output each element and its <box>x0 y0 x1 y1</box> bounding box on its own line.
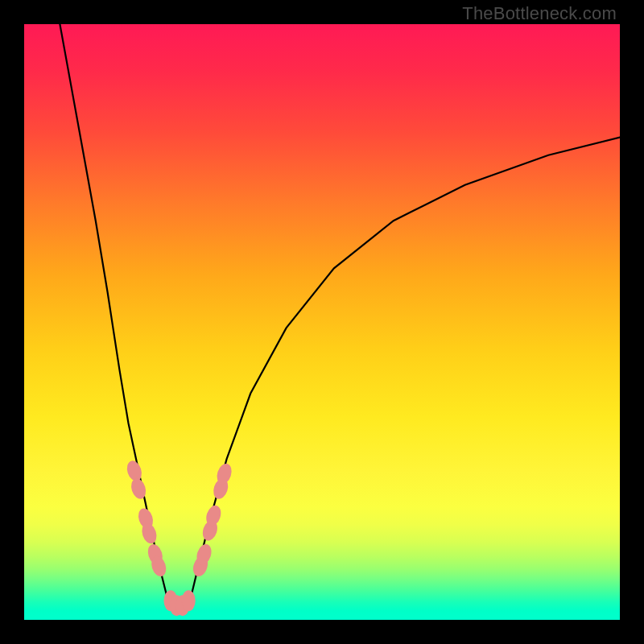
curve-left-branch <box>60 24 168 602</box>
plot-area <box>24 24 620 620</box>
chart-svg <box>24 24 620 620</box>
bead-markers <box>125 459 234 616</box>
bead-left <box>129 477 148 501</box>
curve-right-branch <box>190 138 620 602</box>
bead-bottom <box>182 590 196 611</box>
watermark-text: TheBottleneck.com <box>462 3 617 24</box>
